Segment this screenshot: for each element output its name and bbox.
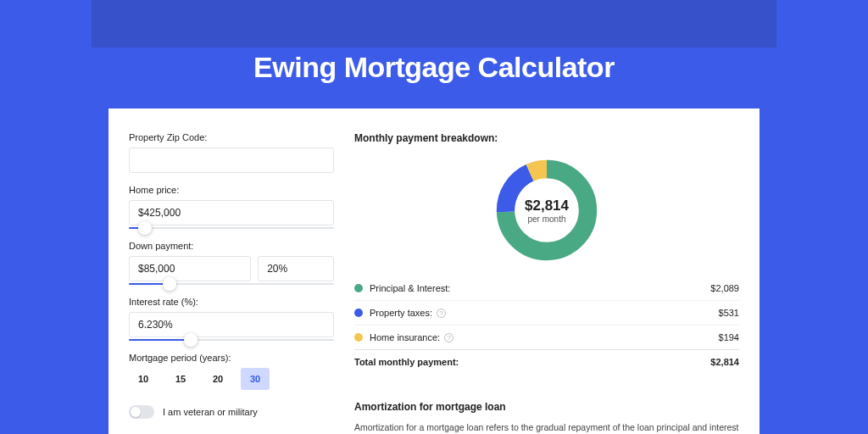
legend-row: Property taxes:?$531 bbox=[354, 300, 739, 325]
down-label: Down payment: bbox=[129, 241, 334, 251]
slider-fill bbox=[129, 339, 191, 341]
legend-swatch bbox=[354, 309, 363, 317]
zip-label: Property Zip Code: bbox=[129, 132, 334, 142]
donut-chart: $2,814 per month bbox=[492, 156, 601, 264]
legend-total-label: Total monthly payment: bbox=[354, 357, 710, 367]
legend-label: Principal & Interest: bbox=[370, 283, 710, 293]
zip-field-group: Property Zip Code: bbox=[129, 132, 334, 173]
period-label: Mortgage period (years): bbox=[129, 353, 334, 363]
donut-center: $2,814 per month bbox=[492, 156, 601, 264]
period-option-10[interactable]: 10 bbox=[129, 368, 158, 390]
toggle-knob bbox=[131, 407, 141, 417]
down-field-group: Down payment: bbox=[129, 241, 334, 285]
legend-row: Home insurance:?$194 bbox=[354, 325, 739, 349]
price-input[interactable] bbox=[129, 200, 334, 225]
breakdown-title: Monthly payment breakdown: bbox=[354, 132, 739, 144]
veteran-label: I am veteran or military bbox=[163, 407, 258, 417]
price-field-group: Home price: bbox=[129, 185, 334, 229]
legend-total-row: Total monthly payment: $2,814 bbox=[354, 349, 739, 374]
legend-row: Principal & Interest:$2,089 bbox=[354, 276, 739, 300]
donut-amount: $2,814 bbox=[525, 198, 569, 214]
header-shadow bbox=[92, 0, 776, 47]
page-title: Ewing Mortgage Calculator bbox=[0, 51, 868, 84]
legend-value: $194 bbox=[719, 332, 739, 342]
legend-label: Home insurance:? bbox=[370, 332, 719, 342]
calculator-card: Property Zip Code: Home price: Down paym… bbox=[108, 108, 760, 434]
period-option-30[interactable]: 30 bbox=[241, 368, 270, 390]
amortization-text: Amortization for a mortgage loan refers … bbox=[354, 421, 739, 434]
down-amount-input[interactable] bbox=[129, 256, 251, 281]
rate-label: Interest rate (%): bbox=[129, 297, 334, 307]
price-label: Home price: bbox=[129, 185, 334, 195]
legend-value: $2,089 bbox=[710, 283, 739, 293]
legend-value: $531 bbox=[719, 308, 739, 318]
veteran-row: I am veteran or military bbox=[129, 405, 334, 419]
legend-swatch bbox=[354, 284, 363, 292]
amortization-block: Amortization for mortgage loan Amortizat… bbox=[354, 389, 739, 434]
breakdown-column: Monthly payment breakdown: $2,814 per mo… bbox=[354, 132, 760, 434]
donut-chart-wrap: $2,814 per month bbox=[354, 151, 739, 276]
slider-handle[interactable] bbox=[184, 333, 198, 347]
legend-list: Principal & Interest:$2,089Property taxe… bbox=[354, 276, 739, 349]
rate-field-group: Interest rate (%): bbox=[129, 297, 334, 341]
rate-slider[interactable] bbox=[129, 339, 334, 341]
legend-total-value: $2,814 bbox=[710, 357, 739, 367]
amortization-title: Amortization for mortgage loan bbox=[354, 401, 739, 413]
legend-label: Property taxes:? bbox=[370, 308, 719, 318]
zip-input[interactable] bbox=[129, 147, 334, 173]
donut-sub: per month bbox=[527, 214, 565, 224]
down-slider[interactable] bbox=[129, 283, 334, 285]
veteran-toggle[interactable] bbox=[129, 405, 154, 419]
period-option-15[interactable]: 15 bbox=[166, 368, 195, 390]
slider-handle[interactable] bbox=[138, 221, 152, 235]
slider-handle[interactable] bbox=[163, 277, 176, 291]
slider-track bbox=[129, 227, 334, 229]
period-option-20[interactable]: 20 bbox=[203, 368, 232, 390]
period-options: 10152030 bbox=[129, 368, 334, 390]
input-column: Property Zip Code: Home price: Down paym… bbox=[108, 132, 354, 434]
rate-input[interactable] bbox=[129, 312, 334, 337]
help-icon[interactable]: ? bbox=[437, 309, 446, 318]
down-percent-input[interactable] bbox=[258, 256, 334, 281]
price-slider[interactable] bbox=[129, 227, 334, 229]
legend-swatch bbox=[354, 333, 363, 342]
period-field-group: Mortgage period (years): 10152030 bbox=[129, 353, 334, 390]
help-icon[interactable]: ? bbox=[444, 333, 453, 342]
